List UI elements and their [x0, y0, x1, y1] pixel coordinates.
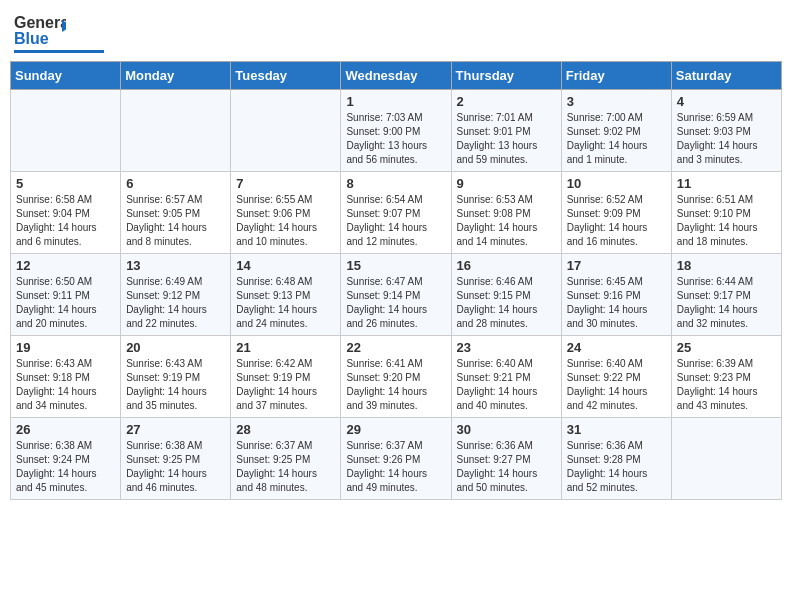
weekday-header-cell: Friday [561, 62, 671, 90]
day-info: Sunrise: 7:03 AM Sunset: 9:00 PM Dayligh… [346, 111, 445, 167]
calendar-week-row: 26Sunrise: 6:38 AM Sunset: 9:24 PM Dayli… [11, 418, 782, 500]
calendar-cell: 16Sunrise: 6:46 AM Sunset: 9:15 PM Dayli… [451, 254, 561, 336]
calendar-cell: 4Sunrise: 6:59 AM Sunset: 9:03 PM Daylig… [671, 90, 781, 172]
calendar-cell [121, 90, 231, 172]
day-number: 24 [567, 340, 666, 355]
day-number: 5 [16, 176, 115, 191]
day-number: 4 [677, 94, 776, 109]
day-info: Sunrise: 6:52 AM Sunset: 9:09 PM Dayligh… [567, 193, 666, 249]
day-number: 26 [16, 422, 115, 437]
calendar-cell: 13Sunrise: 6:49 AM Sunset: 9:12 PM Dayli… [121, 254, 231, 336]
day-number: 12 [16, 258, 115, 273]
day-info: Sunrise: 6:53 AM Sunset: 9:08 PM Dayligh… [457, 193, 556, 249]
calendar-cell: 22Sunrise: 6:41 AM Sunset: 9:20 PM Dayli… [341, 336, 451, 418]
day-number: 22 [346, 340, 445, 355]
calendar-cell: 8Sunrise: 6:54 AM Sunset: 9:07 PM Daylig… [341, 172, 451, 254]
calendar-cell: 18Sunrise: 6:44 AM Sunset: 9:17 PM Dayli… [671, 254, 781, 336]
day-number: 30 [457, 422, 556, 437]
calendar-cell: 1Sunrise: 7:03 AM Sunset: 9:00 PM Daylig… [341, 90, 451, 172]
day-info: Sunrise: 6:38 AM Sunset: 9:25 PM Dayligh… [126, 439, 225, 495]
day-info: Sunrise: 6:54 AM Sunset: 9:07 PM Dayligh… [346, 193, 445, 249]
calendar-cell: 24Sunrise: 6:40 AM Sunset: 9:22 PM Dayli… [561, 336, 671, 418]
day-info: Sunrise: 6:38 AM Sunset: 9:24 PM Dayligh… [16, 439, 115, 495]
calendar-cell: 27Sunrise: 6:38 AM Sunset: 9:25 PM Dayli… [121, 418, 231, 500]
day-number: 27 [126, 422, 225, 437]
day-info: Sunrise: 6:51 AM Sunset: 9:10 PM Dayligh… [677, 193, 776, 249]
calendar-cell: 11Sunrise: 6:51 AM Sunset: 9:10 PM Dayli… [671, 172, 781, 254]
calendar-cell: 17Sunrise: 6:45 AM Sunset: 9:16 PM Dayli… [561, 254, 671, 336]
day-info: Sunrise: 6:43 AM Sunset: 9:18 PM Dayligh… [16, 357, 115, 413]
day-number: 31 [567, 422, 666, 437]
calendar-cell: 10Sunrise: 6:52 AM Sunset: 9:09 PM Dayli… [561, 172, 671, 254]
day-info: Sunrise: 6:40 AM Sunset: 9:21 PM Dayligh… [457, 357, 556, 413]
calendar-table: SundayMondayTuesdayWednesdayThursdayFrid… [10, 61, 782, 500]
calendar-cell: 28Sunrise: 6:37 AM Sunset: 9:25 PM Dayli… [231, 418, 341, 500]
day-info: Sunrise: 6:55 AM Sunset: 9:06 PM Dayligh… [236, 193, 335, 249]
day-number: 29 [346, 422, 445, 437]
day-info: Sunrise: 7:01 AM Sunset: 9:01 PM Dayligh… [457, 111, 556, 167]
day-info: Sunrise: 6:40 AM Sunset: 9:22 PM Dayligh… [567, 357, 666, 413]
page-header: General Blue [10, 10, 782, 53]
weekday-header-cell: Monday [121, 62, 231, 90]
day-info: Sunrise: 6:44 AM Sunset: 9:17 PM Dayligh… [677, 275, 776, 331]
day-info: Sunrise: 6:42 AM Sunset: 9:19 PM Dayligh… [236, 357, 335, 413]
day-info: Sunrise: 6:50 AM Sunset: 9:11 PM Dayligh… [16, 275, 115, 331]
calendar-cell: 14Sunrise: 6:48 AM Sunset: 9:13 PM Dayli… [231, 254, 341, 336]
weekday-header-row: SundayMondayTuesdayWednesdayThursdayFrid… [11, 62, 782, 90]
weekday-header-cell: Sunday [11, 62, 121, 90]
calendar-cell [671, 418, 781, 500]
day-info: Sunrise: 6:43 AM Sunset: 9:19 PM Dayligh… [126, 357, 225, 413]
day-number: 20 [126, 340, 225, 355]
day-number: 19 [16, 340, 115, 355]
day-info: Sunrise: 6:49 AM Sunset: 9:12 PM Dayligh… [126, 275, 225, 331]
calendar-cell: 7Sunrise: 6:55 AM Sunset: 9:06 PM Daylig… [231, 172, 341, 254]
svg-text:General: General [14, 14, 66, 31]
day-info: Sunrise: 6:46 AM Sunset: 9:15 PM Dayligh… [457, 275, 556, 331]
brand-logo: General Blue [14, 10, 104, 53]
calendar-week-row: 5Sunrise: 6:58 AM Sunset: 9:04 PM Daylig… [11, 172, 782, 254]
svg-text:Blue: Blue [14, 30, 49, 47]
logo-underline [14, 50, 104, 53]
day-number: 3 [567, 94, 666, 109]
day-number: 16 [457, 258, 556, 273]
calendar-cell: 6Sunrise: 6:57 AM Sunset: 9:05 PM Daylig… [121, 172, 231, 254]
day-info: Sunrise: 6:57 AM Sunset: 9:05 PM Dayligh… [126, 193, 225, 249]
calendar-cell: 30Sunrise: 6:36 AM Sunset: 9:27 PM Dayli… [451, 418, 561, 500]
day-number: 11 [677, 176, 776, 191]
day-number: 28 [236, 422, 335, 437]
day-number: 14 [236, 258, 335, 273]
day-info: Sunrise: 6:36 AM Sunset: 9:27 PM Dayligh… [457, 439, 556, 495]
day-info: Sunrise: 6:58 AM Sunset: 9:04 PM Dayligh… [16, 193, 115, 249]
day-info: Sunrise: 6:47 AM Sunset: 9:14 PM Dayligh… [346, 275, 445, 331]
day-number: 13 [126, 258, 225, 273]
day-number: 21 [236, 340, 335, 355]
day-number: 15 [346, 258, 445, 273]
calendar-cell: 21Sunrise: 6:42 AM Sunset: 9:19 PM Dayli… [231, 336, 341, 418]
day-number: 1 [346, 94, 445, 109]
calendar-cell: 15Sunrise: 6:47 AM Sunset: 9:14 PM Dayli… [341, 254, 451, 336]
calendar-cell: 5Sunrise: 6:58 AM Sunset: 9:04 PM Daylig… [11, 172, 121, 254]
calendar-week-row: 1Sunrise: 7:03 AM Sunset: 9:00 PM Daylig… [11, 90, 782, 172]
day-number: 17 [567, 258, 666, 273]
calendar-cell: 12Sunrise: 6:50 AM Sunset: 9:11 PM Dayli… [11, 254, 121, 336]
calendar-cell: 3Sunrise: 7:00 AM Sunset: 9:02 PM Daylig… [561, 90, 671, 172]
day-info: Sunrise: 6:37 AM Sunset: 9:25 PM Dayligh… [236, 439, 335, 495]
day-number: 25 [677, 340, 776, 355]
day-info: Sunrise: 6:39 AM Sunset: 9:23 PM Dayligh… [677, 357, 776, 413]
day-number: 8 [346, 176, 445, 191]
day-number: 23 [457, 340, 556, 355]
day-info: Sunrise: 6:37 AM Sunset: 9:26 PM Dayligh… [346, 439, 445, 495]
day-info: Sunrise: 6:36 AM Sunset: 9:28 PM Dayligh… [567, 439, 666, 495]
day-number: 6 [126, 176, 225, 191]
day-number: 7 [236, 176, 335, 191]
day-info: Sunrise: 6:59 AM Sunset: 9:03 PM Dayligh… [677, 111, 776, 167]
day-number: 2 [457, 94, 556, 109]
calendar-body: 1Sunrise: 7:03 AM Sunset: 9:00 PM Daylig… [11, 90, 782, 500]
calendar-cell: 25Sunrise: 6:39 AM Sunset: 9:23 PM Dayli… [671, 336, 781, 418]
calendar-cell: 2Sunrise: 7:01 AM Sunset: 9:01 PM Daylig… [451, 90, 561, 172]
day-info: Sunrise: 6:41 AM Sunset: 9:20 PM Dayligh… [346, 357, 445, 413]
logo-icon: General Blue [14, 10, 66, 48]
day-number: 10 [567, 176, 666, 191]
calendar-cell [11, 90, 121, 172]
calendar-cell: 26Sunrise: 6:38 AM Sunset: 9:24 PM Dayli… [11, 418, 121, 500]
